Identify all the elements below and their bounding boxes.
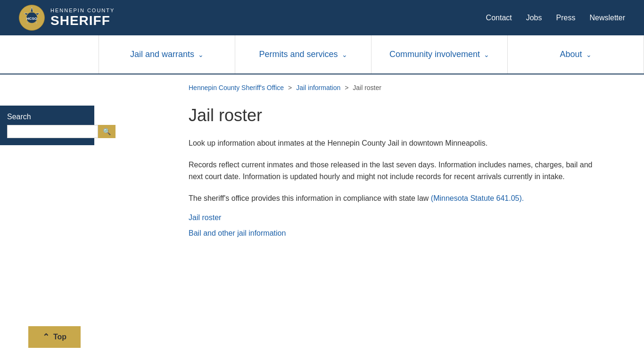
top-arrow-icon: ⌃ [42, 332, 50, 342]
top-label: Top [53, 333, 66, 341]
sidebar: Search 🔍 [0, 96, 94, 362]
sheriff-badge-icon: HCSO [19, 5, 45, 31]
permits-services-chevron-icon: ⌄ [342, 51, 347, 58]
bail-info-link[interactable]: Bail and other jail information [189, 229, 606, 238]
top-nav: Contact Jobs Press Newsletter [486, 14, 625, 22]
site-header: HCSO HENNEPIN COUNTY SHERIFF Contact Job… [0, 0, 644, 35]
nav-jail-warrants[interactable]: Jail and warrants ⌄ [99, 35, 235, 74]
top-button-container: ⌃ Top [28, 326, 81, 348]
logo-area: HCSO HENNEPIN COUNTY SHERIFF [19, 5, 115, 31]
main-nav: Jail and warrants ⌄ Permits and services… [0, 35, 644, 74]
search-label: Search [7, 113, 87, 121]
page-title: Jail roster [189, 106, 606, 125]
about-chevron-icon: ⌄ [586, 51, 592, 58]
breadcrumb-separator-1: > [288, 84, 292, 91]
breadcrumb-separator-2: > [345, 84, 348, 91]
nav-community-involvement[interactable]: Community involvement ⌄ [372, 35, 508, 74]
press-link[interactable]: Press [556, 14, 576, 22]
compliance-paragraph: The sheriff's office provides this infor… [189, 192, 606, 205]
community-involvement-chevron-icon: ⌄ [484, 51, 489, 58]
sheriff-title: SHERIFF [50, 13, 115, 28]
logo-text: HENNEPIN COUNTY SHERIFF [50, 8, 115, 28]
top-button[interactable]: ⌃ Top [28, 326, 81, 348]
search-input[interactable] [7, 125, 98, 138]
nav-spacer [0, 35, 99, 74]
newsletter-link[interactable]: Newsletter [589, 14, 625, 22]
jail-roster-link[interactable]: Jail roster [189, 214, 606, 222]
jail-warrants-chevron-icon: ⌄ [198, 51, 204, 58]
nav-about[interactable]: About ⌄ [508, 35, 644, 74]
main-content: Jail roster Look up information about in… [94, 96, 644, 362]
nav-permits-services[interactable]: Permits and services ⌄ [235, 35, 372, 74]
search-box: Search 🔍 [0, 106, 94, 145]
breadcrumb-jail-info-link[interactable]: Jail information [296, 84, 340, 91]
breadcrumb: Hennepin County Sheriff's Office > Jail … [0, 74, 644, 96]
compliance-text: The sheriff's office provides this infor… [189, 194, 429, 202]
county-name: HENNEPIN COUNTY [50, 8, 115, 13]
svg-text:HCSO: HCSO [26, 16, 37, 21]
content-wrapper: Search 🔍 Jail roster Look up information… [0, 96, 644, 362]
search-input-wrap: 🔍 [7, 125, 87, 138]
intro-paragraph: Look up information about inmates at the… [189, 137, 606, 149]
breadcrumb-current: Jail roster [353, 84, 381, 91]
breadcrumb-home-link[interactable]: Hennepin County Sheriff's Office [189, 84, 284, 91]
records-paragraph: Records reflect current inmates and thos… [189, 159, 606, 183]
statute-link[interactable]: (Minnesota Statute 641.05). [431, 194, 524, 202]
contact-link[interactable]: Contact [486, 14, 512, 22]
jobs-link[interactable]: Jobs [526, 14, 542, 22]
